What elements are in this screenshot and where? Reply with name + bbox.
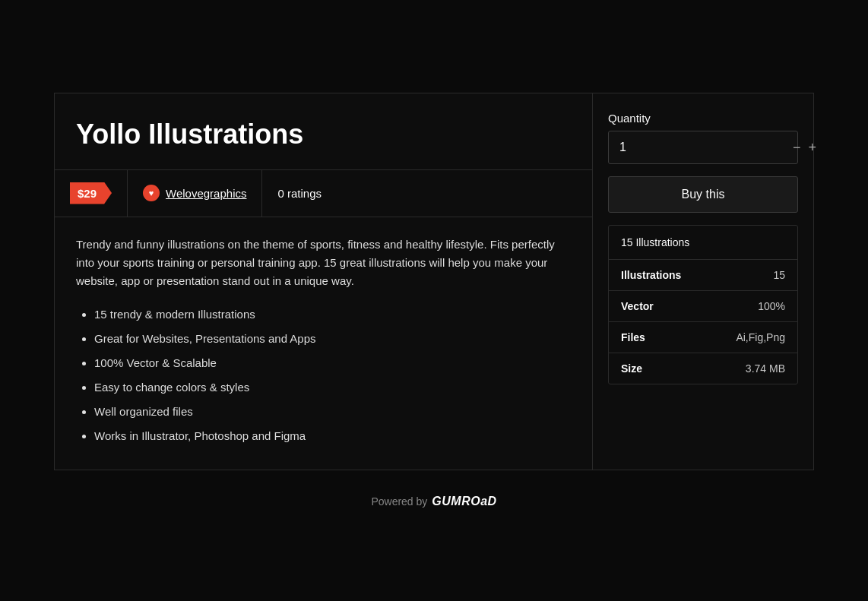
quantity-input-row: − + [608,131,798,164]
feature-item: Well organized files [94,403,571,421]
quantity-controls: − + [782,139,827,156]
ratings-text: 0 ratings [277,187,322,200]
quantity-increase-button[interactable]: + [807,139,819,156]
feature-item: 100% Vector & Scalable [94,354,571,372]
detail-key-files: Files [621,331,645,343]
product-title: Yollo Illustrations [76,118,571,150]
features-list: 15 trendy & modern IllustrationsGreat fo… [76,305,571,445]
detail-row-illustrations: Illustrations 15 [609,260,797,291]
details-box: 15 Illustrations Illustrations 15 Vector… [608,225,798,384]
detail-key-vector: Vector [621,300,654,312]
quantity-label: Quantity [608,112,798,125]
ratings-section: 0 ratings [262,170,337,217]
detail-row-size: Size 3.74 MB [609,353,797,384]
creator-link[interactable]: Welovegraphics [166,187,246,200]
detail-value-vector: 100% [758,300,785,312]
footer: Powered by GUMROaD [371,495,496,508]
right-panel: Quantity − + Buy this 15 Illustrations I… [593,93,813,469]
meta-bar: $29 ♥ Welovegraphics 0 ratings [55,170,592,217]
detail-value-size: 3.74 MB [746,362,785,375]
detail-value-illustrations: 15 [773,269,785,281]
feature-item: Great for Websites, Presentations and Ap… [94,330,571,348]
price-badge: $29 [70,182,112,204]
detail-key-size: Size [621,362,642,375]
product-card: Yollo Illustrations $29 ♥ Welovegraphics… [54,93,814,470]
powered-by-text: Powered by [371,495,427,508]
detail-row-vector: Vector 100% [609,291,797,322]
feature-item: 15 trendy & modern Illustrations [94,305,571,324]
gumroad-logo: GUMROaD [432,495,496,508]
details-header: 15 Illustrations [609,226,797,260]
feature-item: Easy to change colors & styles [94,378,571,397]
feature-item: Works in Illustrator, Photoshop and Figm… [94,427,571,445]
detail-row-files: Files Ai,Fig,Png [609,322,797,353]
detail-key-illustrations: Illustrations [621,269,681,281]
quantity-section: Quantity − + [608,112,798,164]
left-panel: Yollo Illustrations $29 ♥ Welovegraphics… [55,93,593,469]
quantity-input[interactable] [609,131,782,163]
creator-section: ♥ Welovegraphics [128,170,262,217]
heart-icon: ♥ [143,185,160,201]
buy-button[interactable]: Buy this [608,176,798,213]
detail-value-files: Ai,Fig,Png [736,331,785,343]
title-section: Yollo Illustrations [55,93,592,169]
description-section: Trendy and funny illustrations on the th… [55,217,592,470]
price-wrapper: $29 [55,170,128,217]
quantity-decrease-button[interactable]: − [791,139,803,156]
description-text: Trendy and funny illustrations on the th… [76,236,571,290]
